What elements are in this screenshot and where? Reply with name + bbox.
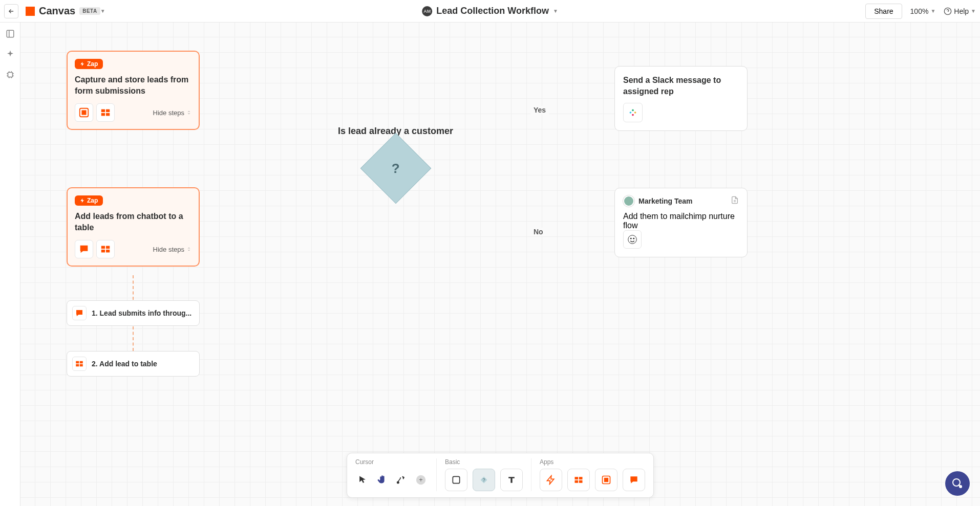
zoom-level-dropdown[interactable]: 100% ▼ <box>910 7 936 15</box>
app-slack-icon <box>623 103 643 122</box>
svg-rect-3 <box>8 73 12 77</box>
svg-rect-18 <box>630 112 632 114</box>
sparkle-icon <box>6 50 15 59</box>
tool-app-zap[interactable] <box>540 469 562 491</box>
back-button[interactable] <box>4 4 18 18</box>
dashed-connector <box>133 326 134 351</box>
svg-rect-7 <box>106 109 110 113</box>
note-icon[interactable] <box>731 196 739 206</box>
svg-text:+: + <box>419 476 423 483</box>
tool-app-chatbot[interactable] <box>623 469 645 491</box>
user-avatar: AM <box>422 6 432 16</box>
app-mailchimp-icon <box>623 230 642 249</box>
tool-text[interactable] <box>500 469 523 491</box>
connector-icon <box>396 475 407 485</box>
help-icon <box>944 7 952 15</box>
svg-rect-36 <box>604 478 608 482</box>
cursor-icon <box>357 475 368 485</box>
app-chatbot-icon <box>75 240 93 258</box>
tool-connector[interactable] <box>394 469 409 491</box>
branch-label-yes: Yes <box>530 106 549 114</box>
svg-rect-15 <box>80 361 83 364</box>
document-title: Lead Collection Workflow <box>436 6 549 16</box>
chevron-down-icon[interactable]: ▼ <box>553 8 558 14</box>
chevron-down-icon: ▼ <box>930 8 935 14</box>
chevron-updown-icon <box>186 110 191 115</box>
svg-rect-31 <box>575 477 579 479</box>
decision-node[interactable]: ? <box>360 133 432 204</box>
left-sidebar <box>0 23 20 506</box>
svg-rect-10 <box>101 246 105 249</box>
sidebar-item-sparkle[interactable] <box>5 49 15 59</box>
app-tables-icon <box>96 240 115 258</box>
tool-comment[interactable]: + <box>414 469 428 491</box>
chevron-down-icon: ▼ <box>971 8 976 14</box>
help-label: Help <box>954 7 969 15</box>
tool-app-tables[interactable] <box>567 469 590 491</box>
tables-icon <box>573 475 584 485</box>
decision-symbol: ? <box>392 160 400 176</box>
chevron-updown-icon <box>186 247 191 252</box>
zap-pill-label: Zap <box>87 197 98 204</box>
toolbar-section-basic: Basic <box>445 458 523 466</box>
svg-rect-28 <box>453 476 459 483</box>
hide-steps-toggle[interactable]: Hide steps <box>153 109 191 117</box>
zap-pill-label: Zap <box>87 60 98 68</box>
hide-steps-toggle[interactable]: Hide steps <box>153 246 191 253</box>
canvas[interactable]: Zap Capture and store leads from form su… <box>20 23 980 506</box>
svg-rect-8 <box>101 113 105 116</box>
beta-badge: BETA <box>79 7 100 15</box>
svg-rect-20 <box>634 112 636 114</box>
interfaces-icon <box>601 475 611 485</box>
app-tables-icon <box>72 357 87 371</box>
sidebar-item-chip[interactable] <box>5 70 15 80</box>
chip-icon <box>6 70 15 79</box>
team-name-label: Marketing Team <box>638 197 693 205</box>
tool-cursor[interactable] <box>355 469 370 491</box>
team-avatar <box>623 195 634 207</box>
diamond-icon: ? <box>478 474 489 486</box>
zoom-value: 100% <box>910 7 929 15</box>
branch-label-no: No <box>530 228 546 236</box>
app-title: Canvas <box>39 5 75 17</box>
help-fab-button[interactable] <box>945 471 970 496</box>
share-button[interactable]: Share <box>865 4 902 19</box>
chatbot-icon <box>629 475 639 485</box>
sidebar-item-panel[interactable] <box>5 29 15 39</box>
svg-rect-14 <box>76 361 79 364</box>
svg-text:?: ? <box>482 477 485 482</box>
zap-pill: Zap <box>75 59 103 69</box>
tool-rectangle[interactable] <box>445 469 467 491</box>
arrow-left-icon <box>8 8 15 15</box>
svg-point-24 <box>633 238 634 239</box>
document-title-area[interactable]: AM Lead Collection Workflow ▼ <box>422 6 558 16</box>
svg-rect-21 <box>632 114 634 116</box>
zap-card-title: Add leads from chatbot to a table <box>75 211 191 233</box>
zap-card-title: Capture and store leads from form submis… <box>75 74 191 96</box>
help-button[interactable]: Help ▼ <box>944 7 976 15</box>
zap-pill: Zap <box>75 195 103 206</box>
step-card-1[interactable]: 1. Lead submits info throug... <box>67 300 200 326</box>
tool-decision[interactable]: ? <box>473 469 495 491</box>
tool-app-interfaces[interactable] <box>595 469 617 491</box>
svg-rect-19 <box>632 109 634 112</box>
toolbar-section-cursor: Cursor <box>355 458 428 466</box>
app-chatbot-icon <box>72 306 87 320</box>
zap-card-capture-leads[interactable]: Zap Capture and store leads from form su… <box>67 51 200 130</box>
svg-rect-12 <box>101 250 105 253</box>
zap-card-chatbot-leads[interactable]: Zap Add leads from chatbot to a table Hi… <box>67 187 200 267</box>
action-card-slack[interactable]: Send a Slack message to assigned rep <box>614 66 748 131</box>
svg-rect-33 <box>575 480 579 483</box>
chevron-down-icon[interactable]: ▼ <box>100 8 105 14</box>
action-card-title: Add them to mailchimp nurture flow <box>623 212 739 230</box>
tool-hand[interactable] <box>375 469 389 491</box>
step-card-2[interactable]: 2. Add lead to table <box>67 351 200 377</box>
action-card-mailchimp[interactable]: Marketing Team Add them to mailchimp nur… <box>614 188 748 257</box>
lightning-icon <box>546 475 556 485</box>
app-tables-icon <box>96 103 115 122</box>
app-interfaces-icon <box>75 103 93 122</box>
lightning-icon <box>80 61 85 67</box>
panel-icon <box>6 29 15 38</box>
text-icon <box>506 475 517 485</box>
step-label: 1. Lead submits info throug... <box>92 309 191 317</box>
